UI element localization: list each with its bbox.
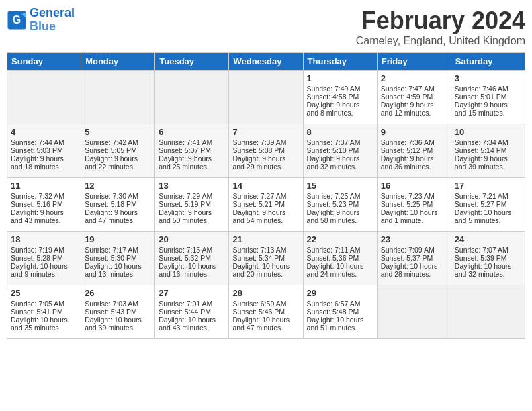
calendar-day-cell (81, 71, 155, 124)
day-number: 8 (307, 127, 373, 137)
daylight-text: Daylight: 10 hours and 24 minutes. (307, 262, 364, 278)
sunset-text: Sunset: 5:01 PM (455, 93, 507, 101)
day-number: 19 (85, 234, 151, 244)
day-number: 17 (455, 181, 521, 191)
calendar-day-cell: 6 Sunrise: 7:41 AM Sunset: 5:07 PM Dayli… (155, 124, 229, 178)
calendar-day-cell: 25 Sunrise: 7:05 AM Sunset: 5:41 PM Dayl… (7, 285, 81, 339)
day-number: 10 (455, 127, 521, 137)
sunrise-text: Sunrise: 7:42 AM (85, 138, 138, 146)
sunset-text: Sunset: 5:46 PM (232, 308, 285, 316)
calendar-subtitle: Cameley, England, United Kingdom (356, 35, 525, 47)
calendar-day-cell: 5 Sunrise: 7:42 AM Sunset: 5:05 PM Dayli… (81, 124, 155, 178)
daylight-text: Daylight: 9 hours and 43 minutes. (11, 208, 64, 224)
daylight-text: Daylight: 10 hours and 9 minutes. (11, 262, 68, 278)
daylight-text: Daylight: 10 hours and 5 minutes. (455, 208, 512, 224)
weekday-header-cell: Friday (377, 53, 451, 71)
calendar-day-cell: 4 Sunrise: 7:44 AM Sunset: 5:03 PM Dayli… (7, 124, 81, 178)
calendar-day-cell: 10 Sunrise: 7:34 AM Sunset: 5:14 PM Dayl… (451, 124, 525, 178)
sunset-text: Sunset: 5:30 PM (85, 254, 137, 262)
sunrise-text: Sunrise: 7:19 AM (11, 246, 64, 254)
sunset-text: Sunset: 5:14 PM (455, 146, 507, 154)
sunset-text: Sunset: 5:36 PM (307, 254, 359, 262)
daylight-text: Daylight: 10 hours and 1 minute. (381, 208, 438, 224)
weekday-header-cell: Thursday (303, 53, 377, 71)
day-number: 9 (381, 127, 447, 137)
calendar-day-cell: 22 Sunrise: 7:11 AM Sunset: 5:36 PM Dayl… (303, 232, 377, 285)
sunrise-text: Sunrise: 7:34 AM (455, 138, 508, 146)
day-number: 18 (11, 234, 77, 244)
calendar-day-cell: 13 Sunrise: 7:29 AM Sunset: 5:19 PM Dayl… (155, 178, 229, 232)
sunset-text: Sunset: 5:18 PM (85, 200, 137, 208)
day-number: 4 (11, 127, 77, 137)
day-number: 16 (381, 181, 447, 191)
calendar-day-cell: 2 Sunrise: 7:47 AM Sunset: 4:59 PM Dayli… (377, 71, 451, 124)
sunset-text: Sunset: 4:59 PM (381, 93, 433, 101)
daylight-text: Daylight: 9 hours and 12 minutes. (381, 101, 434, 117)
day-number: 6 (159, 127, 225, 137)
calendar-day-cell: 9 Sunrise: 7:36 AM Sunset: 5:12 PM Dayli… (377, 124, 451, 178)
daylight-text: Daylight: 10 hours and 20 minutes. (232, 262, 290, 278)
day-number: 5 (85, 127, 151, 137)
daylight-text: Daylight: 9 hours and 39 minutes. (455, 154, 508, 171)
day-number: 24 (455, 234, 521, 244)
sunrise-text: Sunrise: 7:32 AM (11, 192, 64, 200)
sunset-text: Sunset: 5:25 PM (381, 200, 433, 208)
calendar-day-cell (229, 71, 303, 124)
calendar-week-row: 25 Sunrise: 7:05 AM Sunset: 5:41 PM Dayl… (7, 285, 525, 339)
day-number: 21 (232, 234, 299, 244)
daylight-text: Daylight: 9 hours and 47 minutes. (85, 208, 138, 224)
day-number: 7 (232, 127, 299, 137)
sunrise-text: Sunrise: 7:21 AM (455, 192, 508, 200)
calendar-day-cell: 16 Sunrise: 7:23 AM Sunset: 5:25 PM Dayl… (377, 178, 451, 232)
sunset-text: Sunset: 5:41 PM (11, 308, 63, 316)
sunset-text: Sunset: 5:07 PM (159, 146, 211, 154)
sunrise-text: Sunrise: 7:25 AM (307, 192, 361, 200)
calendar-week-row: 18 Sunrise: 7:19 AM Sunset: 5:28 PM Dayl… (7, 232, 525, 285)
calendar-day-cell (155, 71, 229, 124)
sunset-text: Sunset: 5:08 PM (232, 146, 285, 154)
logo-name: General Blue (30, 7, 75, 34)
calendar-day-cell: 20 Sunrise: 7:15 AM Sunset: 5:32 PM Dayl… (155, 232, 229, 285)
sunset-text: Sunset: 5:48 PM (307, 308, 359, 316)
day-number: 11 (11, 181, 77, 191)
calendar-day-cell: 7 Sunrise: 7:39 AM Sunset: 5:08 PM Dayli… (229, 124, 303, 178)
weekday-header-cell: Tuesday (155, 53, 229, 71)
daylight-text: Daylight: 9 hours and 50 minutes. (159, 208, 212, 224)
daylight-text: Daylight: 10 hours and 47 minutes. (232, 316, 290, 332)
calendar-day-cell: 27 Sunrise: 7:01 AM Sunset: 5:44 PM Dayl… (155, 285, 229, 339)
svg-text:G: G (13, 13, 21, 25)
sunset-text: Sunset: 5:10 PM (307, 146, 359, 154)
title-block: February 2024 Cameley, England, United K… (356, 7, 525, 47)
sunrise-text: Sunrise: 7:15 AM (159, 246, 212, 254)
day-number: 3 (455, 73, 521, 83)
sunset-text: Sunset: 5:19 PM (159, 200, 211, 208)
sunset-text: Sunset: 5:23 PM (307, 200, 359, 208)
day-number: 27 (159, 288, 225, 298)
sunset-text: Sunset: 5:39 PM (455, 254, 507, 262)
calendar-day-cell: 14 Sunrise: 7:27 AM Sunset: 5:21 PM Dayl… (229, 178, 303, 232)
sunrise-text: Sunrise: 7:29 AM (159, 192, 212, 200)
sunrise-text: Sunrise: 7:44 AM (11, 138, 64, 146)
sunrise-text: Sunrise: 7:13 AM (232, 246, 286, 254)
logo-icon: G (7, 10, 27, 30)
calendar-day-cell: 17 Sunrise: 7:21 AM Sunset: 5:27 PM Dayl… (451, 178, 525, 232)
day-number: 13 (159, 181, 225, 191)
sunrise-text: Sunrise: 7:36 AM (381, 138, 435, 146)
calendar-week-row: 11 Sunrise: 7:32 AM Sunset: 5:16 PM Dayl… (7, 178, 525, 232)
logo: G General Blue (7, 7, 75, 34)
daylight-text: Daylight: 9 hours and 18 minutes. (11, 154, 64, 171)
daylight-text: Daylight: 9 hours and 54 minutes. (232, 208, 285, 224)
sunset-text: Sunset: 4:58 PM (307, 93, 359, 101)
day-number: 28 (232, 288, 299, 298)
calendar-day-cell: 1 Sunrise: 7:49 AM Sunset: 4:58 PM Dayli… (303, 71, 377, 124)
sunrise-text: Sunrise: 7:01 AM (159, 300, 212, 308)
daylight-text: Daylight: 10 hours and 32 minutes. (455, 262, 512, 278)
sunrise-text: Sunrise: 7:30 AM (85, 192, 138, 200)
sunrise-text: Sunrise: 7:47 AM (381, 85, 435, 93)
page-header: G General Blue February 2024 Cameley, En… (7, 7, 525, 47)
calendar-week-row: 1 Sunrise: 7:49 AM Sunset: 4:58 PM Dayli… (7, 71, 525, 124)
sunset-text: Sunset: 5:12 PM (381, 146, 433, 154)
sunrise-text: Sunrise: 7:41 AM (159, 138, 212, 146)
weekday-header-cell: Sunday (7, 53, 81, 71)
calendar-day-cell (377, 285, 451, 339)
